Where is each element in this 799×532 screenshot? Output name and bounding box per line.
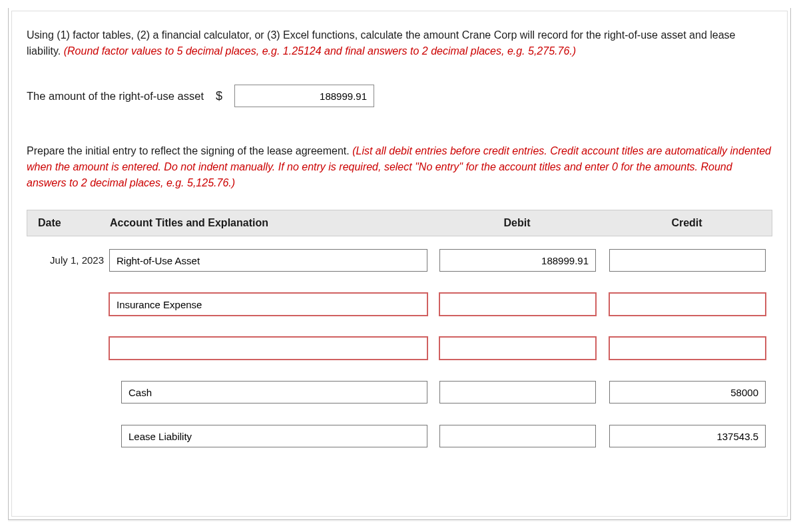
account-title-input[interactable] (121, 381, 427, 403)
debit-cell (433, 244, 603, 277)
journal-row: July 1, 2023 (27, 240, 772, 280)
credit-cell (603, 244, 772, 277)
credit-cell (603, 288, 772, 321)
journal-row (27, 372, 772, 412)
header-account: Account Titles and Explanation (107, 217, 432, 229)
question2-text: Prepare the initial entry to reflect the… (27, 143, 772, 191)
header-date: Date (27, 217, 107, 229)
currency-symbol: $ (216, 89, 222, 103)
amount-label: The amount of the right-of-use asset (27, 90, 204, 103)
debit-cell (433, 288, 603, 321)
debit-input[interactable] (439, 293, 596, 316)
debit-cell (433, 376, 603, 409)
header-credit: Credit (602, 217, 772, 229)
question-panel: Using (1) factor tables, (2) a financial… (11, 11, 788, 517)
credit-cell (603, 332, 772, 365)
account-title-input[interactable] (109, 249, 427, 272)
account-title-input[interactable] (121, 425, 427, 447)
journal-header: Date Account Titles and Explanation Debi… (27, 210, 772, 236)
credit-input[interactable] (609, 337, 766, 360)
header-debit: Debit (432, 217, 602, 229)
credit-input[interactable] (609, 293, 766, 316)
account-cell (107, 332, 433, 365)
debit-cell (433, 332, 603, 365)
journal-row (27, 284, 772, 324)
account-cell (107, 376, 433, 409)
row-date: July 1, 2023 (27, 254, 107, 267)
account-cell (107, 244, 433, 277)
debit-input[interactable] (439, 425, 596, 447)
credit-input[interactable] (609, 381, 766, 403)
credit-cell (603, 376, 772, 409)
right-of-use-amount-input[interactable] (234, 85, 374, 107)
question1-text: Using (1) factor tables, (2) a financial… (27, 27, 772, 59)
account-title-input[interactable] (109, 337, 427, 360)
credit-input[interactable] (609, 425, 766, 447)
question-container: Using (1) factor tables, (2) a financial… (8, 8, 791, 520)
account-cell (107, 288, 433, 321)
credit-input[interactable] (609, 249, 766, 272)
account-cell (107, 419, 433, 453)
debit-input[interactable] (439, 337, 596, 360)
debit-cell (433, 419, 603, 453)
account-title-input[interactable] (109, 293, 427, 316)
credit-cell (603, 419, 772, 453)
journal-row (27, 328, 772, 368)
journal-table: Date Account Titles and Explanation Debi… (27, 210, 772, 456)
debit-input[interactable] (439, 381, 596, 403)
journal-row (27, 416, 772, 456)
debit-input[interactable] (439, 249, 596, 272)
question2-lead: Prepare the initial entry to reflect the… (27, 145, 352, 156)
amount-row: The amount of the right-of-use asset $ (27, 85, 772, 107)
question1-instructions: (Round factor values to 5 decimal places… (64, 45, 576, 57)
